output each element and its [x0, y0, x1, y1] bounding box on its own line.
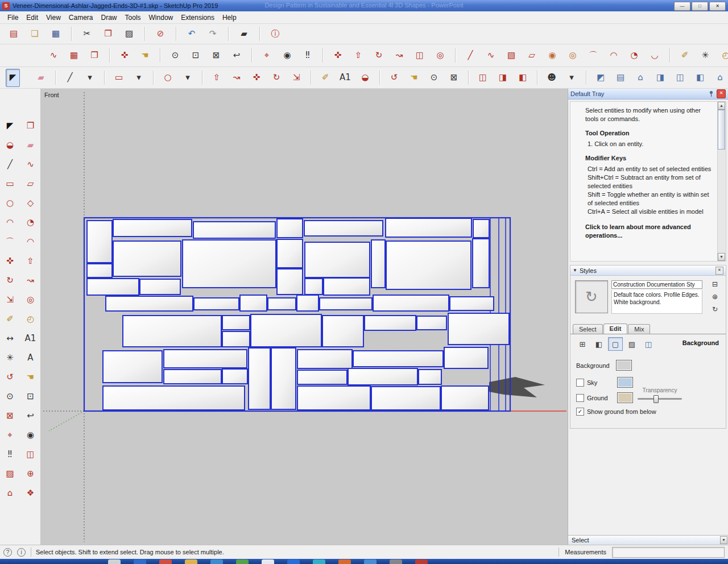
- taskbar-app-9[interactable]: [313, 559, 325, 564]
- circle-dropdown[interactable]: ▾: [180, 70, 196, 86]
- stone-block[interactable]: [320, 298, 372, 310]
- two-point-arc-tool[interactable]: ⌒: [2, 233, 19, 250]
- menu-view[interactable]: View: [42, 12, 65, 23]
- menu-camera[interactable]: Camera: [65, 12, 97, 23]
- taskbar-app-11[interactable]: [364, 559, 377, 564]
- tab-select[interactable]: Select: [573, 324, 603, 334]
- arc-tool[interactable]: ◠: [2, 214, 19, 231]
- pie-tool[interactable]: ◔: [22, 214, 39, 231]
- protractor-button[interactable]: ◴: [718, 48, 728, 64]
- arc-button[interactable]: ◡: [647, 48, 663, 64]
- stone-block[interactable]: [322, 316, 363, 347]
- view-back-button[interactable]: ◫: [672, 70, 688, 86]
- tray-close-button[interactable]: ✕: [717, 89, 726, 98]
- info-icon[interactable]: i: [17, 548, 26, 557]
- advanced-camera-button[interactable]: ☻: [544, 70, 560, 86]
- transparency-slider-thumb[interactable]: [653, 395, 659, 403]
- zoom-button[interactable]: ⊙: [426, 70, 442, 86]
- stone-block[interactable]: [324, 278, 370, 295]
- close-button[interactable]: ✕: [709, 2, 726, 11]
- stone-block[interactable]: [304, 221, 383, 236]
- rectangle-button[interactable]: ▧: [503, 48, 519, 64]
- taskbar-app-12[interactable]: [390, 559, 402, 564]
- stone-block[interactable]: [348, 368, 417, 385]
- stone-block[interactable]: [87, 221, 112, 263]
- look-around-tool[interactable]: ◉: [22, 426, 39, 443]
- line-dropdown[interactable]: ▾: [82, 70, 98, 86]
- stone-block[interactable]: [305, 242, 370, 277]
- match-photo-tool[interactable]: ▨: [2, 465, 19, 482]
- tape-measure-tool[interactable]: ✐: [2, 310, 19, 327]
- taskbar-app-3[interactable]: [159, 559, 172, 564]
- simplify-contours-button[interactable]: ∿: [46, 48, 61, 64]
- follow-me-tool[interactable]: ↝: [22, 272, 39, 289]
- dimension-tool[interactable]: ↔: [2, 330, 19, 347]
- background-settings-button[interactable]: ▢: [608, 337, 623, 351]
- rectangle-dropdown[interactable]: ▾: [131, 70, 147, 86]
- transparency-slider-track[interactable]: [638, 398, 682, 400]
- rectangle-button[interactable]: ▭: [111, 70, 127, 86]
- axes-button[interactable]: ✳: [697, 48, 713, 64]
- view-top-button[interactable]: ▤: [613, 70, 628, 86]
- stone-block[interactable]: [222, 331, 250, 347]
- zoom-extents-button[interactable]: ⊠: [208, 48, 224, 64]
- position-camera-tool[interactable]: ⌖: [2, 426, 19, 443]
- freehand-tool[interactable]: ∿: [22, 156, 39, 173]
- tab-mix[interactable]: Mix: [628, 324, 650, 334]
- menu-help[interactable]: Help: [218, 12, 241, 23]
- move-button[interactable]: ✜: [330, 48, 346, 64]
- line-tool[interactable]: ╱: [2, 156, 19, 173]
- style-description-field[interactable]: Default face colors. Profile Edges. Whit…: [611, 290, 702, 314]
- stone-block[interactable]: [386, 218, 471, 237]
- select-tool-button[interactable]: ◤: [6, 69, 20, 87]
- stone-block[interactable]: [441, 386, 489, 410]
- stone-block[interactable]: [249, 348, 270, 409]
- push-pull-button[interactable]: ⇧: [209, 70, 225, 86]
- stone-block[interactable]: [251, 314, 321, 347]
- camera-dropdown[interactable]: ▾: [564, 70, 580, 86]
- stone-block[interactable]: [277, 269, 303, 295]
- stone-block[interactable]: [353, 351, 443, 367]
- stone-block[interactable]: [297, 386, 370, 410]
- rotated-rectangle-button[interactable]: ▱: [524, 48, 540, 64]
- zoom-window-button[interactable]: ⊡: [188, 48, 204, 64]
- rotate-button[interactable]: ↻: [268, 70, 284, 86]
- component-button[interactable]: ❐: [86, 48, 102, 64]
- taskbar-app-10[interactable]: [338, 559, 351, 564]
- look-around-button[interactable]: ◉: [279, 48, 295, 64]
- section-display-button[interactable]: ◧: [515, 70, 531, 86]
- three-point-arc-tool[interactable]: ◠: [22, 233, 39, 250]
- maximize-button[interactable]: □: [692, 2, 708, 11]
- taskbar-app-13[interactable]: [415, 559, 428, 564]
- new-button[interactable]: ▤: [6, 26, 22, 42]
- line-button[interactable]: ╱: [462, 48, 478, 64]
- redo-button[interactable]: ↷: [205, 26, 221, 42]
- taskbar-app-7[interactable]: [262, 559, 274, 564]
- taskbar-app-5[interactable]: [210, 559, 223, 564]
- section-fill-button[interactable]: ◨: [495, 70, 511, 86]
- stone-block[interactable]: [371, 240, 385, 288]
- cut-button[interactable]: ✂: [79, 26, 95, 42]
- styles-panel-header[interactable]: ▼ Styles ✕: [570, 266, 726, 276]
- stone-block[interactable]: [106, 296, 193, 311]
- zoom-window-tool[interactable]: ⊡: [22, 388, 39, 405]
- stone-block[interactable]: [193, 222, 275, 238]
- minimize-button[interactable]: —: [674, 2, 690, 11]
- zoom-tool[interactable]: ⊙: [2, 388, 19, 405]
- extension-warehouse-tool[interactable]: ❖: [22, 484, 39, 501]
- stone-block[interactable]: [419, 370, 441, 384]
- eraser-tool[interactable]: ▰: [22, 136, 39, 154]
- create-style-button[interactable]: ⊕: [709, 292, 721, 302]
- menu-draw[interactable]: Draw: [97, 12, 121, 23]
- scroll-down-button[interactable]: ▼: [718, 253, 725, 261]
- zoom-extents-button[interactable]: ⊠: [446, 70, 462, 86]
- stone-block[interactable]: [268, 298, 296, 310]
- zoom-previous-tool[interactable]: ↩: [22, 407, 39, 424]
- paint-bucket-button[interactable]: ◒: [357, 70, 373, 86]
- taskbar-app-8[interactable]: [287, 559, 300, 564]
- make-component-tool[interactable]: ❐: [22, 117, 39, 134]
- 3d-text-tool[interactable]: A: [22, 349, 39, 366]
- walk-tool[interactable]: ‼: [2, 446, 19, 463]
- open-button[interactable]: ❏: [27, 26, 43, 42]
- scroll-up-button[interactable]: ▲: [718, 102, 725, 110]
